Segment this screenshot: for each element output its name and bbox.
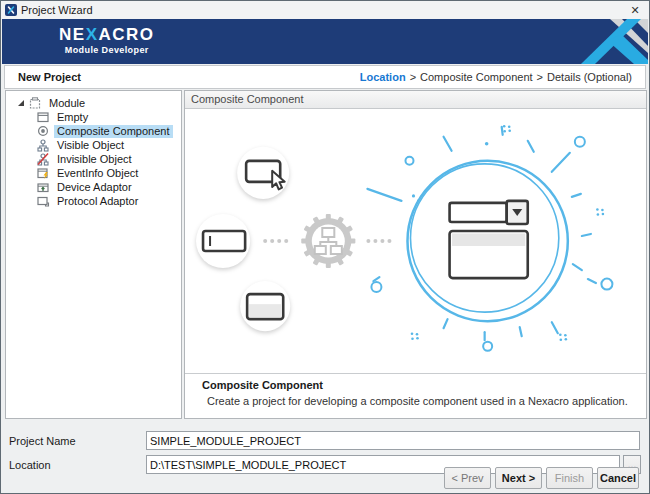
tree-item-eventinfo-object[interactable]: EventInfo Object	[6, 166, 181, 180]
preview-panel: Composite Component	[184, 90, 647, 419]
nexacro-logo: NEXACRO Module Developer	[59, 26, 155, 55]
page-header-bar: New Project Location > Composite Compone…	[4, 65, 646, 89]
description-heading: Composite Component	[202, 379, 646, 391]
gear-icon	[301, 214, 355, 268]
tree-item-label: Module	[46, 97, 88, 110]
composite-circle	[407, 161, 567, 321]
button-with-cursor-bubble	[237, 147, 289, 199]
combobox-widget	[450, 201, 528, 224]
illustration-graphic	[185, 110, 646, 372]
breadcrumb-separator: >	[410, 71, 416, 83]
composite-component-icon	[36, 124, 50, 138]
nexacro-logo-icon	[5, 4, 17, 16]
breadcrumb-separator: >	[537, 71, 543, 83]
empty-window-icon	[36, 110, 50, 124]
tree-item-label: Invisible Object	[54, 153, 135, 166]
project-type-tree: Module Empty Composite Component Visib	[5, 90, 182, 419]
prev-button[interactable]: < Prev	[444, 467, 491, 489]
breadcrumb-step-details: Details (Optional)	[547, 71, 632, 83]
next-button[interactable]: Next >	[495, 467, 542, 489]
description-body: Create a project for developing a compos…	[207, 395, 646, 407]
visible-object-icon	[36, 138, 50, 152]
project-name-label: Project Name	[9, 435, 76, 447]
location-label: Location	[9, 459, 51, 471]
breadcrumb-step-composite-component: Composite Component	[420, 71, 533, 83]
protocol-adaptor-icon	[36, 194, 50, 208]
tree-item-composite-component[interactable]: Composite Component	[6, 124, 181, 138]
page-title: New Project	[18, 71, 81, 83]
preview-header: Composite Component	[185, 91, 646, 109]
tree-item-label: Device Adaptor	[54, 181, 135, 194]
tree-item-visible-object[interactable]: Visible Object	[6, 138, 181, 152]
finish-button: Finish	[546, 467, 593, 489]
widget-bubbles	[196, 147, 290, 331]
tree-item-empty[interactable]: Empty	[6, 110, 181, 124]
breadcrumb-step-location[interactable]: Location	[360, 71, 406, 83]
tree-item-invisible-object[interactable]: Invisible Object	[6, 152, 181, 166]
brand-header: NEXACRO Module Developer	[2, 19, 648, 64]
window-widget	[450, 231, 528, 278]
tree-item-label: Composite Component	[54, 125, 173, 138]
close-icon[interactable]: ✕	[621, 2, 649, 18]
logo-wordmark: NEXACRO	[59, 26, 155, 44]
text-input-bubble	[196, 214, 250, 268]
module-icon	[28, 96, 42, 110]
tree-item-module[interactable]: Module	[6, 96, 181, 110]
tree-item-label: EventInfo Object	[54, 167, 141, 180]
brand-x-mark-graphic	[564, 19, 648, 64]
tree-item-label: Visible Object	[54, 139, 127, 152]
tree-item-protocol-adaptor[interactable]: Protocol Adaptor	[6, 194, 181, 208]
project-wizard-dialog: Project Wizard ✕ NEXACRO Module Develope…	[0, 0, 650, 494]
invisible-object-icon	[36, 152, 50, 166]
eventinfo-object-icon	[36, 166, 50, 180]
title-bar[interactable]: Project Wizard ✕	[1, 1, 649, 19]
composite-component-illustration	[185, 110, 646, 372]
plain-button-bubble	[240, 281, 290, 331]
tree-expander-icon[interactable]	[16, 98, 26, 108]
description-area: Composite Component Create a project for…	[185, 373, 646, 418]
breadcrumb: Location > Composite Component > Details…	[360, 71, 632, 83]
cancel-button[interactable]: Cancel	[597, 467, 639, 489]
device-adaptor-icon	[36, 180, 50, 194]
tree-item-label: Protocol Adaptor	[54, 195, 141, 208]
tree-item-device-adaptor[interactable]: Device Adaptor	[6, 180, 181, 194]
project-name-input[interactable]	[146, 431, 640, 450]
window-title: Project Wizard	[21, 4, 93, 16]
tree-item-label: Empty	[54, 111, 91, 124]
logo-subtitle: Module Developer	[59, 45, 155, 55]
